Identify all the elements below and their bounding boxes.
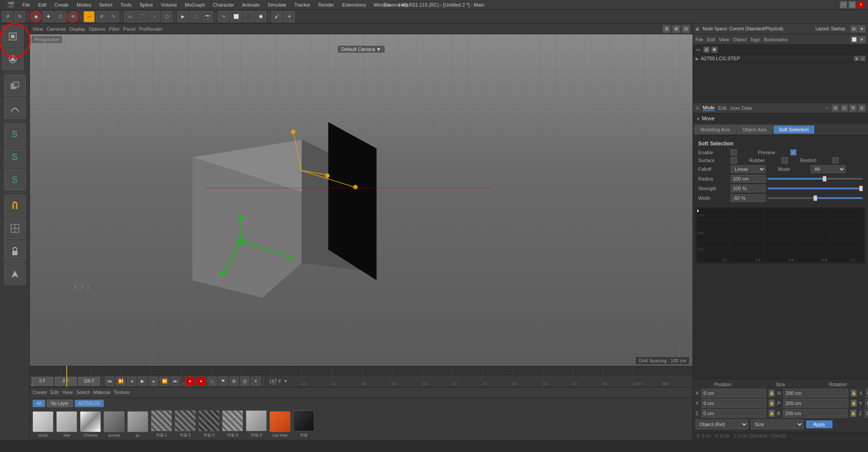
modeling-axis-tab[interactable]: Modeling Axis — [695, 125, 736, 134]
viewport-icon-3[interactable]: ⊟ — [682, 25, 690, 33]
y-pos-input[interactable] — [701, 399, 766, 408]
y-size-lock-icon[interactable]: 🔒 — [851, 400, 857, 407]
surface-checkbox[interactable] — [731, 157, 737, 163]
viewport-options-menu[interactable]: Options — [89, 26, 105, 32]
model-mode-button[interactable]: ◉ — [30, 11, 42, 22]
z-lock-icon[interactable]: 🔒 — [769, 410, 775, 417]
material-s3-button[interactable]: S — [4, 169, 26, 191]
attr-icon-3[interactable]: ⧉ — [850, 105, 857, 112]
paint-button[interactable]: 🖌 — [271, 11, 283, 22]
x-size-lock-icon[interactable]: 🔒 — [851, 390, 857, 397]
timeline[interactable]: 0 5 10 15 20 25 30 35 40 45 50 55 60 65 … — [30, 366, 692, 375]
soft-selection-tab[interactable]: Soft Selection — [773, 125, 814, 134]
menu-extensions[interactable]: Extensions — [339, 1, 369, 8]
x-pos-input[interactable] — [701, 389, 766, 398]
strength-input[interactable] — [731, 184, 766, 192]
x-rot-input[interactable] — [865, 389, 868, 398]
panel-btn-2[interactable]: ▼ — [858, 25, 865, 33]
mat-material-menu[interactable]: Material — [93, 390, 110, 395]
object-axis-tab[interactable]: Object Axis — [737, 125, 772, 134]
obj-vis-icon[interactable]: ● — [854, 56, 859, 61]
material-carpain[interactable]: Car Pain — [269, 411, 291, 438]
material-mat[interactable]: Mat — [56, 411, 77, 438]
menu-tracker[interactable]: Tracker — [291, 1, 314, 8]
mat-texture-menu[interactable]: Texture — [114, 390, 129, 395]
select-poly-button[interactable]: ⬡ — [161, 11, 172, 22]
z-size-input[interactable] — [783, 409, 848, 418]
obj-file-tab[interactable]: File — [696, 37, 703, 42]
material-chrome[interactable]: Chrome — [80, 411, 101, 438]
maximize-button[interactable]: □ — [849, 1, 856, 8]
attr-icon-2[interactable]: ⊡ — [841, 105, 848, 112]
radius-input[interactable] — [731, 175, 766, 183]
light-button[interactable]: ☀ — [283, 11, 295, 22]
menu-edit[interactable]: Edit — [35, 1, 50, 8]
y-lock-icon[interactable]: 🔒 — [769, 400, 775, 407]
material-pc[interactable]: pc — [127, 411, 148, 438]
filter-all-button[interactable]: All — [32, 400, 45, 407]
menu-volume[interactable]: Volume — [158, 1, 181, 8]
panel-btn-1[interactable]: ⊞ — [850, 25, 857, 33]
menu-modes[interactable]: Modes — [73, 1, 95, 8]
viewport-filter-menu[interactable]: Filter — [109, 26, 119, 32]
obj-view-tab[interactable]: View — [719, 37, 729, 42]
grid-button[interactable] — [4, 217, 26, 239]
x-size-input[interactable] — [783, 389, 848, 398]
menu-create[interactable]: Create — [51, 1, 72, 8]
material-s2-button[interactable]: S — [4, 146, 26, 168]
menu-select[interactable]: Select — [96, 1, 116, 8]
viewport-panel-menu[interactable]: Panel — [123, 26, 136, 32]
mat-edit-menu[interactable]: Edit — [50, 390, 59, 395]
attr-back-button[interactable]: ← — [825, 105, 830, 111]
menu-tools[interactable]: Tools — [117, 1, 135, 8]
material-jae2[interactable]: 재질.2 — [175, 410, 196, 438]
viewport-canvas[interactable]: Default Camera ▼ Perspective — [30, 34, 692, 366]
attr-icon-1[interactable]: ⊞ — [832, 105, 839, 112]
bevel-button[interactable]: ⬟ — [255, 11, 266, 22]
attr-icon-4[interactable]: ⊟ — [858, 105, 865, 112]
obj-object-tab[interactable]: Object — [732, 37, 746, 42]
obj-entry-label[interactable]: A2750 LCG.STEP — [701, 56, 740, 61]
material-jae1[interactable]: 재질.1 — [151, 410, 172, 438]
minimize-button[interactable]: ─ — [840, 1, 847, 8]
extrude-side-button[interactable] — [4, 74, 26, 96]
restrict-checkbox[interactable] — [832, 157, 839, 163]
knife-tool-button[interactable]: ✂ — [218, 11, 230, 22]
apply-button[interactable]: Apply — [806, 420, 832, 428]
close-button[interactable]: × — [857, 1, 864, 8]
render-to-picture-button[interactable]: 📷 — [202, 11, 213, 22]
material-accura[interactable]: accura — [104, 411, 125, 438]
menu-character[interactable]: Character — [209, 1, 237, 8]
playhead[interactable] — [66, 366, 67, 375]
viewport-icon-1[interactable]: ⊞ — [663, 25, 671, 33]
material-mccb[interactable]: mccb — [32, 411, 54, 438]
z-rot-input[interactable] — [864, 409, 868, 418]
mat-select-menu[interactable]: Select — [76, 390, 90, 395]
bend-side-button[interactable] — [4, 97, 26, 119]
extrude-button[interactable]: ⬛ — [243, 11, 254, 22]
render-region-button[interactable]: ⬚ — [190, 11, 201, 22]
obj-bookmarks-tab[interactable]: Bookmarks — [764, 37, 788, 42]
viewport-icon-2[interactable]: ⊠ — [672, 25, 680, 33]
attr-userdata-tab[interactable]: User Data — [730, 105, 752, 111]
falloff-select[interactable]: Linear Ease In Ease Out Ease In/Out — [731, 165, 766, 173]
material-jae-black[interactable]: 재질 — [293, 410, 314, 438]
filter-a2750-button[interactable]: A2750LCG — [75, 400, 104, 407]
menu-window[interactable]: Window — [370, 1, 394, 8]
rotate-tool-button[interactable]: ↺ — [96, 11, 107, 22]
obj-icon-1[interactable]: ⬜ — [850, 36, 857, 43]
obj-icon-2[interactable]: ▼ — [858, 36, 865, 43]
bridge-tool-button[interactable]: ⬜ — [230, 11, 242, 22]
preview-checkbox[interactable]: ✓ — [790, 149, 796, 155]
lock-button[interactable] — [4, 240, 26, 262]
viewport-prorender-menu[interactable]: ProRender — [139, 26, 162, 32]
material-s-button[interactable]: S — [4, 123, 26, 145]
viewport-display-menu[interactable]: Display — [69, 26, 85, 32]
redo-button[interactable]: ↻ — [14, 11, 25, 22]
menu-simulate[interactable]: Simulate — [264, 1, 290, 8]
select-lasso-button[interactable]: ⌒ — [136, 11, 148, 22]
sculpt-mode-button[interactable]: ⬡ — [55, 11, 66, 22]
undo-button[interactable]: ↺ — [2, 11, 13, 22]
select-rect-button[interactable]: ▭ — [124, 11, 136, 22]
attr-edit-tab[interactable]: Edit — [718, 105, 727, 111]
